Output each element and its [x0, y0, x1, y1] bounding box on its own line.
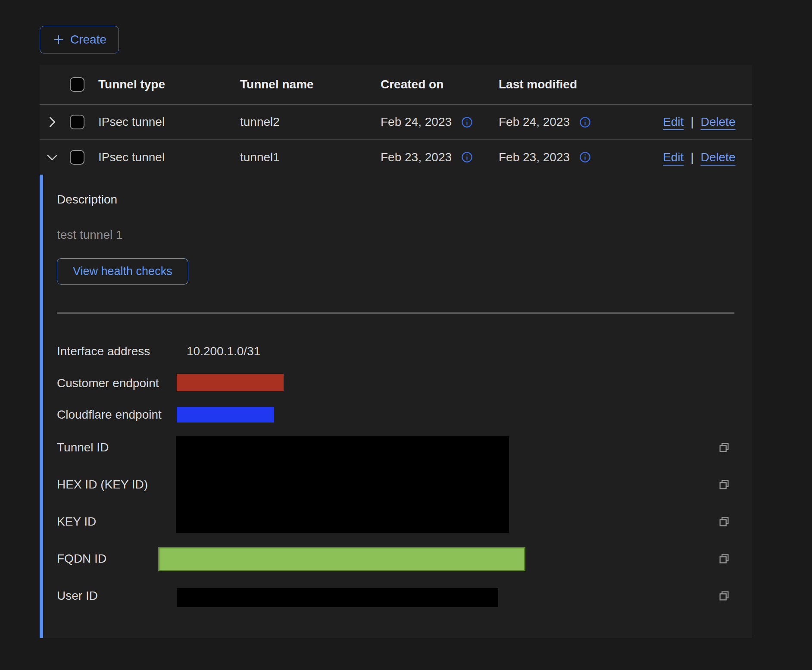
fqdn-id-label: FQDN ID — [57, 552, 106, 566]
description-label: Description — [57, 193, 117, 207]
copy-key-id-button[interactable] — [716, 514, 732, 529]
create-button[interactable]: Create — [40, 26, 119, 53]
delete-link-tunnel2[interactable]: Delete — [701, 115, 736, 129]
edit-link-tunnel2[interactable]: Edit — [663, 115, 684, 129]
header-tunnel-name: Tunnel name — [240, 78, 381, 91]
customer-endpoint-label: Customer endpoint — [57, 376, 159, 390]
cloudflare-endpoint-label: Cloudflare endpoint — [57, 408, 162, 422]
tunnel-id-redaction — [176, 436, 509, 533]
cell-last-modified: Feb 23, 2023 — [499, 150, 570, 164]
tunnels-table: Tunnel type Tunnel name Created on Last … — [40, 65, 752, 638]
tunnel-id-label: Tunnel ID — [57, 441, 109, 454]
copy-user-id-button[interactable] — [716, 588, 732, 604]
actions-separator: | — [690, 115, 693, 129]
cloudflare-endpoint-redaction — [177, 407, 274, 423]
plus-icon — [52, 33, 65, 46]
edit-link-tunnel1[interactable]: Edit — [663, 150, 684, 164]
cell-created-on: Feb 24, 2023 — [381, 115, 452, 129]
customer-endpoint-redaction — [177, 374, 284, 391]
user-id-redaction — [177, 588, 498, 607]
cell-tunnel-type: IPsec tunnel — [98, 115, 240, 129]
table-row-tunnel2: IPsec tunnel tunnel2 Feb 24, 2023 Feb 24… — [40, 105, 752, 140]
select-all-checkbox[interactable] — [70, 77, 84, 92]
info-icon[interactable] — [461, 151, 473, 163]
description-value: test tunnel 1 — [57, 228, 123, 242]
cell-tunnel-name: tunnel2 — [240, 115, 381, 129]
chevron-down-icon[interactable] — [46, 151, 59, 164]
key-id-label: KEY ID — [57, 515, 96, 529]
expanded-row-accent-bar — [40, 175, 43, 638]
row-checkbox-tunnel1[interactable] — [70, 150, 84, 165]
delete-link-tunnel1[interactable]: Delete — [701, 150, 736, 164]
row-checkbox-tunnel2[interactable] — [70, 115, 84, 129]
header-created-on: Created on — [381, 78, 499, 91]
info-icon[interactable] — [579, 116, 591, 128]
chevron-right-icon[interactable] — [46, 116, 59, 128]
copy-hex-id-button[interactable] — [716, 477, 732, 492]
interface-address-value: 10.200.1.0/31 — [187, 344, 260, 358]
hex-id-label: HEX ID (KEY ID) — [57, 478, 148, 492]
user-id-label: User ID — [57, 589, 98, 603]
cell-tunnel-type: IPsec tunnel — [98, 150, 240, 164]
header-tunnel-type: Tunnel type — [98, 78, 240, 91]
view-health-checks-button[interactable]: View health checks — [57, 258, 188, 285]
tunnel-details-panel: Description test tunnel 1 View health ch… — [40, 175, 752, 638]
fqdn-id-redaction — [158, 547, 525, 571]
info-icon[interactable] — [461, 116, 473, 128]
actions-separator: | — [690, 150, 693, 164]
info-icon[interactable] — [579, 151, 591, 163]
details-divider — [57, 313, 734, 313]
tunnels-page: { "create_button": { "label": "Create" }… — [0, 0, 812, 670]
interface-address-label: Interface address — [57, 344, 150, 358]
copy-fqdn-id-button[interactable] — [716, 551, 732, 567]
cell-created-on: Feb 23, 2023 — [381, 150, 452, 164]
create-button-label: Create — [70, 33, 106, 47]
copy-tunnel-id-button[interactable] — [716, 440, 732, 455]
cell-last-modified: Feb 24, 2023 — [499, 115, 570, 129]
header-last-modified: Last modified — [499, 78, 663, 91]
table-row-tunnel1: IPsec tunnel tunnel1 Feb 23, 2023 Feb 23… — [40, 140, 752, 175]
cell-tunnel-name: tunnel1 — [240, 150, 381, 164]
table-header-row: Tunnel type Tunnel name Created on Last … — [40, 65, 752, 105]
